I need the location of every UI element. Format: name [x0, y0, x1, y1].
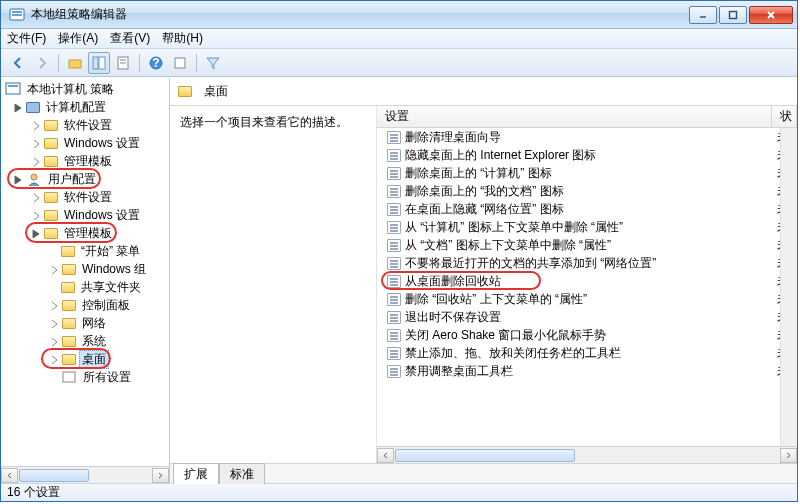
setting-row[interactable]: 从 “文档” 图标上下文菜单中删除 “属性”未 [377, 236, 797, 254]
setting-label: 关闭 Aero Shake 窗口最小化鼠标手势 [405, 327, 773, 344]
tree-computer-config[interactable]: 计算机配置 [1, 98, 169, 116]
setting-row[interactable]: 从桌面删除回收站未 [377, 272, 797, 290]
tree-desktop[interactable]: 桌面 [1, 350, 169, 368]
description-panel: 选择一个项目来查看它的描述。 [170, 106, 377, 463]
svg-rect-8 [93, 57, 98, 69]
list-header: 设置 状 [377, 106, 797, 128]
menu-view[interactable]: 查看(V) [110, 30, 150, 47]
setting-row[interactable]: 关闭 Aero Shake 窗口最小化鼠标手势未 [377, 326, 797, 344]
toolbar-separator [196, 54, 197, 72]
tree-item[interactable]: 管理模板 [1, 152, 169, 170]
up-button[interactable] [64, 52, 86, 74]
expander-closed-icon[interactable] [49, 300, 60, 311]
expander-closed-icon[interactable] [31, 156, 42, 167]
setting-icon [387, 167, 401, 180]
titlebar[interactable]: 本地组策略编辑器 [1, 1, 797, 29]
properties-button[interactable] [112, 52, 134, 74]
scroll-left-button[interactable] [1, 468, 18, 483]
setting-row[interactable]: 禁止添加、拖、放和关闭任务栏的工具栏未 [377, 344, 797, 362]
tab-extended[interactable]: 扩展 [173, 463, 219, 484]
tree-item[interactable]: 所有设置 [1, 368, 169, 386]
menu-file[interactable]: 文件(F) [7, 30, 46, 47]
scroll-left-button[interactable] [377, 448, 394, 463]
tree-item[interactable]: Windows 设置 [1, 134, 169, 152]
setting-row[interactable]: 删除桌面上的 “我的文档” 图标未 [377, 182, 797, 200]
folder-icon [61, 282, 75, 293]
setting-row[interactable]: 禁用调整桌面工具栏未 [377, 362, 797, 380]
tree-item[interactable]: 软件设置 [1, 188, 169, 206]
tree-admin-templates[interactable]: 管理模板 [1, 224, 169, 242]
tree-item[interactable]: 控制面板 [1, 296, 169, 314]
setting-icon [387, 365, 401, 378]
export-button[interactable] [169, 52, 191, 74]
expander-closed-icon[interactable] [31, 120, 42, 131]
tree-item[interactable]: 软件设置 [1, 116, 169, 134]
tree-user-config[interactable]: 用户配置 [1, 170, 169, 188]
minimize-button[interactable] [689, 6, 717, 24]
policy-icon [5, 82, 21, 96]
tree-label: 共享文件夹 [78, 279, 144, 296]
filter-button[interactable] [202, 52, 224, 74]
expander-closed-icon[interactable] [49, 318, 60, 329]
folder-icon [44, 210, 58, 221]
tree-item[interactable]: 共享文件夹 [1, 278, 169, 296]
column-state[interactable]: 状 [772, 106, 797, 127]
tree-item[interactable]: 网络 [1, 314, 169, 332]
scroll-track[interactable] [18, 468, 152, 483]
expander-open-icon[interactable] [13, 102, 24, 113]
svg-rect-17 [8, 85, 18, 87]
tree-item[interactable]: “开始” 菜单 [1, 242, 169, 260]
setting-icon [387, 203, 401, 216]
tab-standard[interactable]: 标准 [219, 463, 265, 484]
tree-hscrollbar[interactable] [1, 466, 169, 483]
tree-label: 管理模板 [61, 225, 115, 242]
expander-closed-icon[interactable] [49, 354, 60, 365]
tree-root[interactable]: 本地计算机 策略 [1, 80, 169, 98]
tree-label: Windows 设置 [61, 135, 143, 152]
back-button[interactable] [7, 52, 29, 74]
setting-row[interactable]: 在桌面上隐藏 “网络位置” 图标未 [377, 200, 797, 218]
setting-row[interactable]: 隐藏桌面上的 Internet Explorer 图标未 [377, 146, 797, 164]
expander-open-icon[interactable] [13, 174, 24, 185]
folder-icon [44, 120, 58, 131]
setting-row[interactable]: 删除 “回收站” 上下文菜单的 “属性”未 [377, 290, 797, 308]
expander-closed-icon[interactable] [31, 192, 42, 203]
tree-item[interactable]: 系统 [1, 332, 169, 350]
tree-pane: 本地计算机 策略 计算机配置 软件设置 Windows 设置 [1, 78, 170, 483]
menu-action[interactable]: 操作(A) [58, 30, 98, 47]
setting-row[interactable]: 删除清理桌面向导未 [377, 128, 797, 146]
tree-item[interactable]: Windows 组 [1, 260, 169, 278]
setting-row[interactable]: 退出时不保存设置未 [377, 308, 797, 326]
close-button[interactable] [749, 6, 793, 24]
list-vscrollbar[interactable] [780, 128, 797, 446]
expander-closed-icon[interactable] [49, 336, 60, 347]
setting-row[interactable]: 删除桌面上的 “计算机” 图标未 [377, 164, 797, 182]
column-setting[interactable]: 设置 [377, 106, 772, 127]
setting-icon [387, 275, 401, 288]
list-hscrollbar[interactable] [377, 446, 797, 463]
scroll-thumb[interactable] [395, 449, 575, 462]
scroll-thumb[interactable] [19, 469, 89, 482]
setting-row[interactable]: 不要将最近打开的文档的共享添加到 “网络位置”未 [377, 254, 797, 272]
show-tree-button[interactable] [88, 52, 110, 74]
list-body[interactable]: 删除清理桌面向导未隐藏桌面上的 Internet Explorer 图标未删除桌… [377, 128, 797, 446]
setting-label: 删除 “回收站” 上下文菜单的 “属性” [405, 291, 773, 308]
scroll-right-button[interactable] [152, 468, 169, 483]
help-button[interactable]: ? [145, 52, 167, 74]
folder-icon [62, 318, 76, 329]
expander-open-icon[interactable] [31, 228, 42, 239]
expander-closed-icon[interactable] [49, 264, 60, 275]
scroll-track[interactable] [394, 448, 780, 463]
maximize-button[interactable] [719, 6, 747, 24]
menu-help[interactable]: 帮助(H) [162, 30, 203, 47]
expander-closed-icon[interactable] [31, 210, 42, 221]
scroll-right-button[interactable] [780, 448, 797, 463]
statusbar: 16 个设置 [1, 483, 797, 501]
tree[interactable]: 本地计算机 策略 计算机配置 软件设置 Windows 设置 [1, 78, 169, 466]
tree-label: Windows 组 [79, 261, 149, 278]
forward-button[interactable] [31, 52, 53, 74]
setting-row[interactable]: 从 “计算机” 图标上下文菜单中删除 “属性”未 [377, 218, 797, 236]
tree-item[interactable]: Windows 设置 [1, 206, 169, 224]
expander-closed-icon[interactable] [31, 138, 42, 149]
toolbar: ? [1, 49, 797, 77]
